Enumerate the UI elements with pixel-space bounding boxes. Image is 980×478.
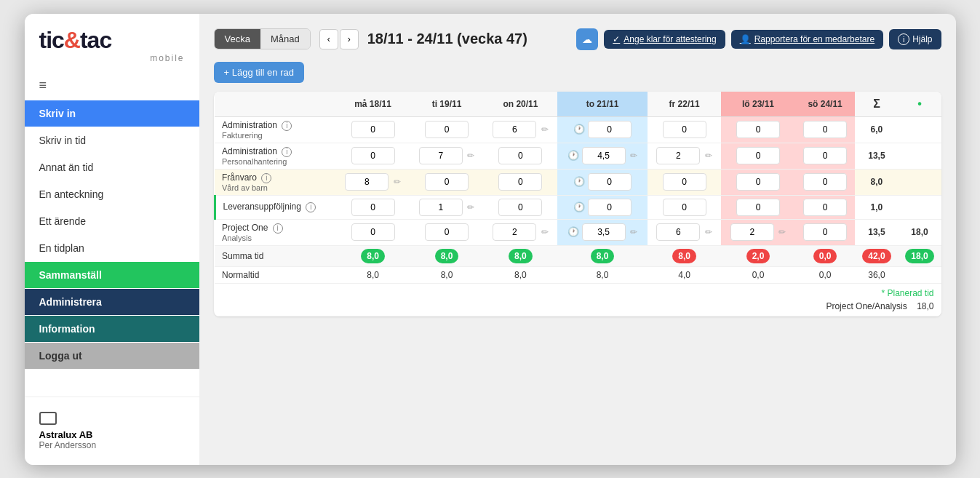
btn-vecka[interactable]: Vecka	[215, 29, 260, 49]
next-week-button[interactable]: ›	[340, 29, 359, 49]
input-row4-fr[interactable]	[663, 199, 706, 216]
input-row1-fr[interactable]	[663, 121, 706, 138]
input-row2-to[interactable]	[582, 147, 626, 164]
edit-icon[interactable]: ✏	[394, 177, 401, 187]
table-row: Administration i Personalhantering ✏ 🕐	[215, 143, 941, 169]
input-row5-fr[interactable]	[656, 223, 700, 241]
edit-icon[interactable]: ✏	[630, 151, 637, 161]
table-row: Frånvaro i Vård av barn ✏ 🕐	[215, 169, 941, 195]
input-row4-ti[interactable]	[419, 199, 463, 216]
company-name: Astralux AB	[39, 429, 185, 440]
prev-week-button[interactable]: ‹	[319, 29, 338, 49]
input-row2-lo[interactable]	[736, 147, 780, 164]
row3-fr	[648, 169, 721, 195]
company-icon	[39, 412, 57, 425]
edit-icon[interactable]: ✏	[705, 151, 712, 161]
input-row5-on[interactable]	[493, 223, 536, 241]
btn-manad[interactable]: Månad	[260, 29, 310, 49]
input-row4-lo[interactable]	[736, 199, 780, 216]
info-icon[interactable]: i	[282, 121, 292, 131]
input-row5-ma[interactable]	[351, 223, 395, 241]
sidebar-item-skriv-in[interactable]: Skriv in	[25, 100, 199, 127]
input-row1-to[interactable]	[588, 121, 632, 138]
input-row2-so[interactable]	[803, 147, 847, 164]
add-row-button[interactable]: + Lägg till en rad	[214, 62, 304, 83]
info-icon[interactable]: i	[273, 223, 283, 234]
row3-dot	[898, 169, 941, 195]
input-row3-so[interactable]	[803, 173, 847, 191]
notes-row: * Planerad tid Project One/Analysis 18,0	[215, 283, 941, 316]
input-row4-so[interactable]	[803, 199, 847, 216]
input-row1-lo[interactable]	[736, 121, 780, 138]
info-icon[interactable]: i	[306, 202, 316, 212]
input-row2-ma[interactable]	[351, 147, 395, 164]
sidebar-item-skriv-in-tid[interactable]: Skriv in tid	[25, 127, 199, 154]
input-row3-fr[interactable]	[663, 173, 706, 191]
normaltid-sum: 36,0	[855, 266, 898, 283]
sidebar-item-en-tidplan[interactable]: En tidplan	[25, 235, 199, 261]
hamburger-menu[interactable]: ≡	[25, 71, 199, 100]
input-row5-ti[interactable]	[425, 223, 469, 241]
edit-icon[interactable]: ✏	[705, 227, 712, 237]
edit-icon[interactable]: ✏	[778, 227, 786, 237]
row2-dot	[898, 143, 941, 169]
edit-icon[interactable]: ✏	[467, 151, 474, 161]
btn-help[interactable]: i Hjälp	[889, 29, 941, 49]
row2-to: 🕐 ✏	[557, 143, 648, 169]
input-row3-lo[interactable]	[736, 173, 780, 191]
input-row1-on[interactable]	[493, 121, 536, 138]
row3-lo	[721, 169, 794, 195]
input-row3-on[interactable]	[498, 173, 542, 191]
edit-icon[interactable]: ✏	[541, 227, 549, 237]
sidebar-item-annat-an-tid[interactable]: Annat än tid	[25, 154, 199, 180]
input-row1-ti[interactable]	[425, 121, 469, 138]
row4-so	[795, 195, 856, 219]
row5-sum: 13,5	[855, 219, 898, 245]
row4-to: 🕐	[557, 195, 648, 219]
row4-sum: 1,0	[855, 195, 898, 219]
row5-ma	[336, 219, 410, 245]
input-row5-so[interactable]	[803, 223, 847, 241]
input-row4-ma[interactable]	[351, 199, 395, 216]
sidebar-item-sammanstall[interactable]: Sammanställ	[25, 262, 199, 288]
input-row1-ma[interactable]	[351, 121, 395, 138]
row1-label: Administration i Fakturering	[215, 116, 336, 143]
sidebar-item-ett-arende[interactable]: Ett ärende	[25, 208, 199, 234]
sidebar-item-administrera[interactable]: Administrera	[25, 289, 199, 315]
input-row2-fr[interactable]	[656, 147, 700, 164]
logo-mobile: mobile	[39, 53, 185, 63]
info-icon[interactable]: i	[282, 147, 292, 157]
row4-lo	[721, 195, 794, 219]
btn-report[interactable]: 👤 Rapportera för en medarbetare	[731, 30, 883, 49]
input-row3-ti[interactable]	[425, 173, 469, 191]
edit-icon[interactable]: ✏	[630, 227, 637, 237]
input-row5-to[interactable]	[582, 223, 626, 241]
normaltid-fr: 4,0	[648, 266, 721, 283]
input-row4-on[interactable]	[498, 199, 542, 216]
checkmark-icon: ✓	[613, 34, 620, 44]
edit-icon[interactable]: ✏	[467, 202, 474, 212]
input-row3-ma[interactable]	[345, 173, 389, 191]
normaltid-dot	[898, 266, 941, 283]
row2-ma	[336, 143, 410, 169]
row5-on: ✏	[484, 219, 557, 245]
input-row4-to[interactable]	[588, 199, 632, 216]
summa-to: 8,0	[557, 245, 648, 266]
sync-icon[interactable]: ☁	[576, 28, 598, 50]
edit-icon[interactable]: ✏	[541, 124, 549, 135]
info-icon[interactable]: i	[261, 173, 271, 183]
input-row5-lo[interactable]	[730, 223, 774, 241]
sidebar-item-logga-ut[interactable]: Logga ut	[25, 343, 199, 369]
btn-attest[interactable]: ✓ Ange klar för attestering	[604, 30, 725, 49]
input-row2-on[interactable]	[498, 147, 542, 164]
input-row2-ti[interactable]	[419, 147, 463, 164]
input-row3-to[interactable]	[588, 173, 632, 191]
input-row1-so[interactable]	[803, 121, 847, 138]
th-to: to 21/11	[557, 92, 648, 117]
row1-fr	[648, 116, 721, 143]
row4-ma	[336, 195, 410, 219]
th-label	[215, 92, 336, 117]
sidebar-item-en-anteckning[interactable]: En anteckning	[25, 181, 199, 207]
clock-icon: 🕐	[573, 176, 585, 187]
sidebar-item-information[interactable]: Information	[25, 316, 199, 342]
